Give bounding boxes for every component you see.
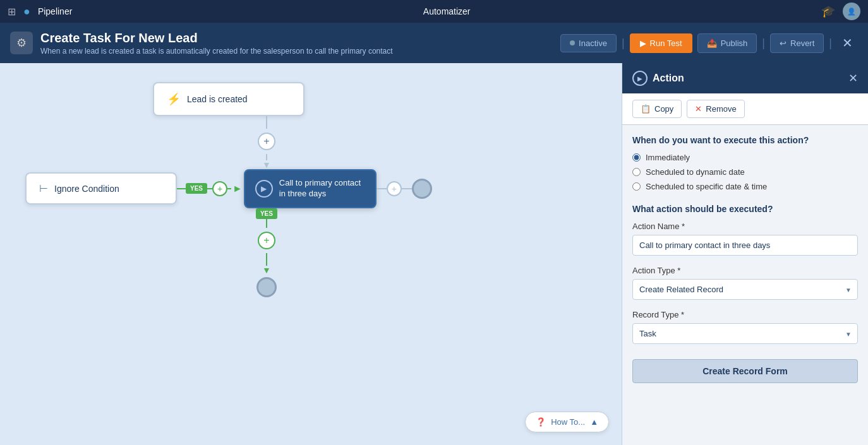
publish-button[interactable]: 📤 Publish [697,33,757,53]
publish-icon: 📤 [707,39,717,48]
yes-badge: YES [186,183,207,194]
remove-label: Remove [706,104,736,114]
app-name: Pipeliner [38,6,72,16]
create-record-form-button[interactable]: Create Record Form [632,359,858,383]
action-name-input[interactable] [632,235,858,256]
logo-icon: ● [23,5,30,18]
vert-green-2 [266,253,267,266]
action-type-select-wrapper: Create Related Record Send Email Update … [632,279,858,300]
action-type-group: Action Type * Create Related Record Send… [632,266,858,300]
connector-1: + ▼ [101,116,432,169]
trigger-label: Lead is created [187,94,248,104]
condition-icon: ⊢ [39,182,48,194]
h-line-1 [177,188,186,189]
top-nav: ⊞ ● Pipeliner Automatizer 🎓 👤 [0,0,868,23]
separator-2: | [762,37,765,50]
arrow-down-green: ▼ [262,266,271,275]
panel-play-icon: ▶ [632,71,648,86]
panel-title: Action [653,73,843,84]
trigger-node[interactable]: ⚡ Lead is created [153,82,304,116]
radio-dynamic-input[interactable] [632,168,641,176]
action-name-group: Action Name * [632,222,858,256]
add-button-1[interactable]: + [258,133,275,150]
post-action-connector: + [377,179,432,199]
run-test-button[interactable]: ▶ Run Test [630,33,692,53]
h-line-3 [227,188,231,189]
copy-button[interactable]: 📋 Copy [632,100,682,118]
avatar[interactable]: 👤 [843,3,860,20]
trigger-icon: ⚡ [167,92,181,106]
trigger-wrapper: ⚡ Lead is created [25,82,432,116]
action-label: Call to primary contact in three days [279,178,365,199]
remove-icon: ✕ [695,104,702,114]
h-connector: YES + ► [177,181,244,196]
panel-header: ▶ Action ✕ [622,63,868,93]
how-to-label: How To... [551,417,585,427]
condition-label: Ignore Condition [54,184,119,194]
record-type-label: Record Type * [632,310,858,319]
nav-title: Automatizer [80,6,814,16]
revert-label: Revert [790,39,814,48]
end-node-top [412,179,432,199]
h-line-2 [207,188,212,189]
chevron-up-icon: ▲ [590,417,598,427]
revert-button[interactable]: ↩ Revert [770,33,824,53]
inactive-label: Inactive [579,39,607,48]
header-bar: ⚙ Create Task For New Lead When a new le… [0,23,868,63]
end-node-bottom [256,277,277,297]
header-actions: Inactive | ▶ Run Test 📤 Publish | ↩ Reve… [560,33,858,53]
radio-dynamic-label: Scheduled to dynamic date [646,167,745,177]
main-area: ⚡ Lead is created + ▼ ⊢ Ignore Condition [0,63,868,445]
inactive-button[interactable]: Inactive [560,34,617,52]
add-button-after-action[interactable]: + [387,181,402,196]
settings-icon: ⚙ [10,32,33,54]
panel-close-button[interactable]: ✕ [848,71,858,85]
hat-icon: 🎓 [821,4,835,18]
radio-immediately: Immediately [632,153,858,162]
right-panel: ▶ Action ✕ 📋 Copy ✕ Remove When do you w… [622,63,868,445]
condition-node[interactable]: ⊢ Ignore Condition [25,172,177,205]
page-subtitle: When a new lead is created a task is aut… [40,47,553,56]
action-type-label: Action Type * [632,266,858,275]
radio-immediately-label: Immediately [646,153,690,162]
panel-content: When do you want to execute this action?… [622,125,868,445]
action-node[interactable]: ▶ Call to primary contact in three days [244,169,377,208]
run-test-label: Run Test [650,39,682,48]
flow-container: ⚡ Lead is created + ▼ ⊢ Ignore Condition [25,82,432,297]
panel-actions-bar: 📋 Copy ✕ Remove [622,93,868,125]
vert-green-1 [266,219,267,228]
vert-line-1 [266,116,267,129]
copy-icon: 📋 [641,104,651,114]
record-type-select-wrapper: Task Activity Contact Lead [632,323,858,344]
condition-row: ⊢ Ignore Condition YES + ► ▶ Call to pri… [25,169,432,208]
remove-button[interactable]: ✕ Remove [687,100,744,118]
page-title: Create Task For New Lead [40,31,553,45]
publish-label: Publish [721,39,748,48]
separator-3: | [829,37,832,50]
record-type-group: Record Type * Task Activity Contact Lead [632,310,858,344]
grid-icon[interactable]: ⊞ [8,6,16,18]
help-icon: ❓ [536,417,546,427]
radio-specific-input[interactable] [632,182,641,191]
copy-label: Copy [654,104,673,114]
h-line-gray-1 [377,188,387,189]
how-to-button[interactable]: ❓ How To... ▲ [525,412,609,432]
run-test-icon: ▶ [640,39,646,48]
what-section-title: What action should be executed? [632,204,858,214]
add-button-below[interactable]: + [258,232,275,249]
action-name-label: Action Name * [632,222,858,231]
add-button-h[interactable]: + [212,181,227,196]
radio-immediately-input[interactable] [632,153,641,162]
arrow-right: ► [232,183,243,194]
yes-badge-v: YES [256,208,277,219]
revert-icon: ↩ [780,39,787,48]
canvas: ⚡ Lead is created + ▼ ⊢ Ignore Condition [0,63,622,445]
arrow-down-1: ▼ [262,160,271,169]
record-type-select[interactable]: Task Activity Contact Lead [632,323,858,344]
radio-specific-label: Scheduled to specific date & time [646,182,767,191]
action-type-select[interactable]: Create Related Record Send Email Update … [632,279,858,300]
status-dot [570,40,575,45]
radio-specific: Scheduled to specific date & time [632,182,858,191]
close-button[interactable]: ✕ [837,33,858,53]
v-flow-below: YES + ▼ [101,208,432,297]
